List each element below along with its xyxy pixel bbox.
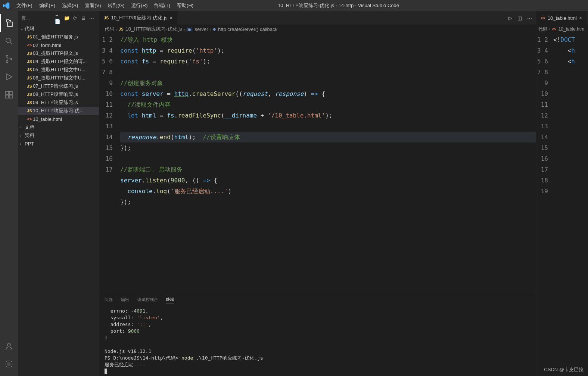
html-file-icon: <> <box>26 117 33 121</box>
titlebar: 文件(F) 编辑(E) 选择(S) 查看(V) 转到(G) 运行(R) 终端(T… <box>0 0 588 11</box>
file-label: 07_HTTP请求练习.js <box>33 83 99 90</box>
refresh-icon[interactable]: ⟳ <box>71 14 79 22</box>
menu-run[interactable]: 运行(R) <box>128 1 150 10</box>
file-item[interactable]: JS03_提取HTTP报文.js <box>18 49 99 57</box>
svg-rect-7 <box>9 91 12 94</box>
menu-go[interactable]: 转到(G) <box>105 1 128 10</box>
explorer-icon[interactable] <box>0 14 18 32</box>
file-item[interactable]: <>02_form.html <box>18 41 99 49</box>
terminal-cursor <box>105 369 107 374</box>
file-item[interactable]: <>10_table.html <box>18 115 99 123</box>
run-debug-icon[interactable] <box>0 68 18 86</box>
chevron-right-icon: › <box>20 142 25 146</box>
accounts-icon[interactable] <box>0 337 18 355</box>
js-file-icon: JS <box>26 59 33 64</box>
settings-gear-icon[interactable] <box>0 355 18 373</box>
more-actions-icon[interactable]: ⋯ <box>527 15 532 21</box>
editor-group-right: <> 10_table.html × 代码 › <> 10_table.htm … <box>536 11 588 376</box>
new-folder-icon[interactable]: 📁 <box>63 14 71 22</box>
file-tree: ⌄ 代码 JS01_创建HTTP服务.js<>02_form.htmlJS03_… <box>18 25 99 148</box>
collapse-icon[interactable]: ⊟ <box>79 14 87 22</box>
js-file-icon: JS <box>26 68 33 72</box>
close-icon[interactable]: × <box>579 15 582 21</box>
js-file-icon: JS <box>26 84 33 88</box>
new-file-icon[interactable]: ＋📄 <box>55 14 63 22</box>
js-file-icon: JS <box>26 92 33 97</box>
line-gutter-right: 1 2 3 4 5 6 7 8 9 10 11 12 13 14 15 16 1… <box>536 34 553 376</box>
code-content-right[interactable]: <!DOCT <h <h <box>553 34 588 376</box>
breadcrumb-part: 10_HTTP响应练习-优化.js <box>126 26 182 32</box>
folder-label: 文档 <box>25 124 99 131</box>
menu-view[interactable]: 查看(V) <box>82 1 104 10</box>
symbol-icon: [◉] <box>187 27 193 31</box>
search-icon[interactable] <box>0 32 18 50</box>
editor-tabs: JS 10_HTTP响应练习-优化.js × ▷ ◫ ⋯ <box>99 11 536 25</box>
breadcrumb-part: 代码 <box>105 26 114 32</box>
svg-rect-4 <box>6 91 9 94</box>
file-item[interactable]: JS09_HTTP响应练习.js <box>18 98 99 107</box>
menu-edit[interactable]: 编辑(E) <box>36 1 58 10</box>
folder-label: 代码 <box>25 25 99 32</box>
file-label: 08_HTTP设置响应.js <box>33 91 99 98</box>
html-file-icon: <> <box>552 27 556 31</box>
file-label: 02_form.html <box>33 43 99 48</box>
code-editor[interactable]: 1 2 3 4 5 6 7 8 9 10 11 12 13 14 15 16 1… <box>99 34 536 294</box>
tab-label: 10_HTTP响应练习-优化.js <box>111 15 167 21</box>
menu-selection[interactable]: 选择(S) <box>59 1 81 10</box>
tab-right-file[interactable]: <> 10_table.html × <box>536 11 587 25</box>
html-file-icon: <> <box>541 16 545 20</box>
tab-label: 10_table.html <box>548 15 577 21</box>
file-label: 10_table.html <box>33 116 99 122</box>
file-item[interactable]: JS10_HTTP响应练习-优... <box>18 107 99 115</box>
panel-tab-terminal[interactable]: 终端 <box>166 297 174 304</box>
js-file-icon: JS <box>119 27 123 31</box>
js-file-icon: JS <box>104 16 109 20</box>
tab-main-file[interactable]: JS 10_HTTP响应练习-优化.js × <box>99 11 178 25</box>
window-title: 10_HTTP响应练习-优化.js - 14-http - Visual Stu… <box>196 2 480 9</box>
svg-point-1 <box>6 56 8 57</box>
explorer-title: 资… <box>22 15 55 21</box>
explorer-sidebar: 资… ＋📄 📁 ⟳ ⊟ ⋯ ⌄ 代码 JS01_创建HTTP服务.js<>02_… <box>18 11 99 376</box>
bottom-panel: 问题 输出 调试控制台 终端 errno: -4091, syscall: 'l… <box>99 294 536 376</box>
file-label: 03_提取HTTP报文.js <box>33 50 99 57</box>
folder-label: PPT <box>25 141 99 147</box>
breadcrumb-part: 10_table.htm <box>559 26 584 32</box>
breadcrumb-right[interactable]: 代码 › <> 10_table.htm <box>536 25 588 34</box>
file-item[interactable]: JS07_HTTP请求练习.js <box>18 82 99 90</box>
folder-root[interactable]: ⌄ 代码 <box>18 25 99 33</box>
menu-terminal[interactable]: 终端(T) <box>151 1 173 10</box>
js-file-icon: JS <box>26 35 33 39</box>
file-item[interactable]: JS01_创建HTTP服务.js <box>18 33 99 41</box>
run-icon[interactable]: ▷ <box>508 15 512 21</box>
menu-help[interactable]: 帮助(H) <box>174 1 196 10</box>
file-label: 01_创建HTTP服务.js <box>33 34 99 40</box>
panel-tab-output[interactable]: 输出 <box>121 297 129 304</box>
breadcrumb[interactable]: 代码 › JS 10_HTTP响应练习-优化.js › [◉] server ›… <box>99 25 536 34</box>
editor-actions: ▷ ◫ ⋯ <box>508 11 536 25</box>
panel-tab-problems[interactable]: 问题 <box>105 297 113 304</box>
symbol-icon: ⊕ <box>213 27 216 31</box>
js-file-icon: JS <box>26 51 33 56</box>
html-file-icon: <> <box>26 43 33 47</box>
file-item[interactable]: JS06_提取HTTP报文中U... <box>18 74 99 82</box>
folder-item[interactable]: ›资料 <box>18 131 99 140</box>
panel-tab-debug[interactable]: 调试控制台 <box>137 297 158 304</box>
source-control-icon[interactable] <box>0 50 18 68</box>
file-item[interactable]: JS08_HTTP设置响应.js <box>18 90 99 98</box>
folder-item[interactable]: ›PPT <box>18 140 99 148</box>
close-icon[interactable]: × <box>169 15 172 21</box>
editor-group-main: JS 10_HTTP响应练习-优化.js × ▷ ◫ ⋯ 代码 › JS 10_… <box>99 11 536 376</box>
explorer-header: 资… ＋📄 📁 ⟳ ⊟ ⋯ <box>18 11 99 25</box>
folder-item[interactable]: ›文档 <box>18 123 99 131</box>
terminal[interactable]: errno: -4091, syscall: 'listen', address… <box>99 306 536 376</box>
file-item[interactable]: JS05_提取HTTP报文中U... <box>18 66 99 74</box>
extensions-icon[interactable] <box>0 86 18 104</box>
split-editor-icon[interactable]: ◫ <box>517 15 522 21</box>
menu-file[interactable]: 文件(F) <box>13 1 35 10</box>
more-icon[interactable]: ⋯ <box>87 14 96 22</box>
chevron-down-icon: ⌄ <box>20 27 25 31</box>
svg-point-8 <box>7 343 10 346</box>
file-item[interactable]: JS04_提取HTTP报文的请... <box>18 57 99 66</box>
code-content[interactable]: //导入 http 模块const http = require('http')… <box>120 34 536 294</box>
breadcrumb-part: server <box>195 26 208 32</box>
